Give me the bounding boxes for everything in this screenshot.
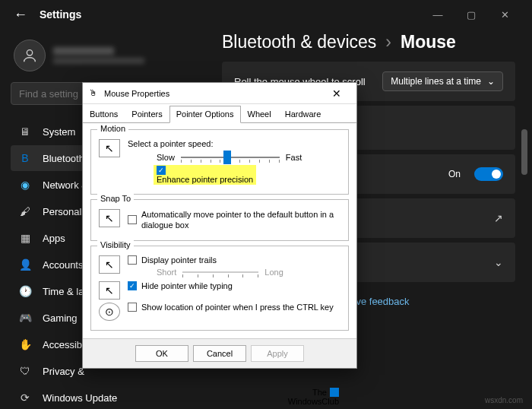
enhance-precision-checkbox[interactable]: ✓ Enhance pointer precision xyxy=(154,165,256,185)
checkbox-label: Show location of pointer when I press th… xyxy=(141,303,334,312)
nav-icon: ✋ xyxy=(18,338,32,351)
dropdown-value: Multiple lines at a time xyxy=(391,76,481,87)
avatar xyxy=(14,40,46,71)
checkbox-label: Enhance pointer precision xyxy=(157,175,253,184)
minimize-button[interactable]: — xyxy=(421,3,454,26)
nav-icon: 🛡 xyxy=(18,364,32,378)
group-label: Motion xyxy=(97,124,128,133)
titlebar: ← Settings — ▢ ✕ xyxy=(0,0,532,29)
nav-icon: ⟳ xyxy=(18,391,32,404)
nav-icon: 🎮 xyxy=(18,311,32,325)
group-visibility: Visibility TheWindowsClub ↖ Display poin… xyxy=(90,246,349,331)
nav-icon: 🕐 xyxy=(18,284,32,298)
ok-button[interactable]: OK xyxy=(135,345,188,362)
tab-pointer-options[interactable]: Pointer Options xyxy=(169,106,241,123)
nav-label: Personali xyxy=(43,206,84,217)
chevron-down-icon: ⌄ xyxy=(494,256,503,268)
toggle-state: On xyxy=(448,169,461,179)
tab-pointers[interactable]: Pointers xyxy=(125,106,169,122)
maximize-button[interactable]: ▢ xyxy=(454,3,488,26)
nav-label: Network & xyxy=(43,179,88,191)
nav-label: Bluetooth xyxy=(43,153,84,164)
tab-hardware[interactable]: Hardware xyxy=(278,106,328,122)
nav-label: Accounts xyxy=(43,259,83,271)
svg-point-0 xyxy=(27,50,32,55)
hover-toggle[interactable] xyxy=(474,167,503,181)
speed-slider[interactable]: Slow Fast xyxy=(157,153,340,162)
nav-label: System xyxy=(43,126,75,138)
ctrl-location-checkbox[interactable]: Show location of pointer when I press th… xyxy=(128,303,334,312)
open-link-icon: ↗ xyxy=(494,212,503,224)
nav-label: Privacy & xyxy=(43,366,84,377)
nav-label: Time & la xyxy=(43,286,84,297)
fast-label: Fast xyxy=(286,153,302,162)
snap-checkbox[interactable]: Automatically move pointer to the defaul… xyxy=(128,209,340,231)
tab-wheel[interactable]: Wheel xyxy=(241,106,278,122)
sidebar-item-windows-update[interactable]: ⟳Windows Update xyxy=(11,385,205,409)
profile[interactable] xyxy=(11,35,205,82)
pointer-icon: ↖ xyxy=(99,139,120,157)
checkbox-icon xyxy=(128,215,137,224)
back-button[interactable]: ← xyxy=(11,5,30,24)
group-label: Visibility xyxy=(97,240,134,249)
slow-label: Slow xyxy=(157,153,175,162)
mouse-icon: 🖱 xyxy=(89,88,100,99)
nav-icon: ▦ xyxy=(18,231,32,245)
chevron-down-icon: ⌄ xyxy=(487,76,495,87)
apply-button[interactable]: Apply xyxy=(251,345,304,362)
dialog-close-button[interactable]: ✕ xyxy=(323,87,350,100)
nav-icon: B xyxy=(18,151,32,165)
ctrl-icon: ⊙ xyxy=(99,303,120,321)
trails-checkbox[interactable]: Display pointer trails xyxy=(128,255,340,265)
checkbox-icon xyxy=(128,303,137,312)
group-label: Snap To xyxy=(97,194,134,203)
trails-icon: ↖ xyxy=(99,255,120,274)
hide-icon: ↖ xyxy=(99,281,120,300)
nav-icon: 🖥 xyxy=(18,125,32,138)
nav-label: Windows Update xyxy=(43,392,117,404)
checkbox-label: Display pointer trails xyxy=(141,255,217,265)
dialog-tabs: ButtonsPointersPointer OptionsWheelHardw… xyxy=(83,104,356,123)
hide-typing-checkbox[interactable]: ✓ Hide pointer while typing xyxy=(128,281,233,290)
nav-icon: ◉ xyxy=(18,178,32,192)
source-watermark: wsxdn.com xyxy=(485,396,523,404)
window-title: Settings xyxy=(40,8,81,21)
watermark: TheWindowsClub xyxy=(288,388,339,406)
close-button[interactable]: ✕ xyxy=(488,3,521,26)
nav-label: Accessibil xyxy=(43,339,87,350)
breadcrumb: Bluetooth & devices › Mouse xyxy=(222,32,515,52)
breadcrumb-parent[interactable]: Bluetooth & devices xyxy=(222,32,376,52)
roll-dropdown[interactable]: Multiple lines at a time ⌄ xyxy=(382,71,503,91)
dialog-buttons: OK Cancel Apply xyxy=(83,338,356,368)
speed-label: Select a pointer speed: xyxy=(128,139,340,148)
long-label: Long xyxy=(264,268,283,277)
checkbox-label: Hide pointer while typing xyxy=(141,281,233,290)
trails-slider: Short Long xyxy=(157,268,340,277)
dialog-title: Mouse Properties xyxy=(104,89,169,98)
snap-icon: ↖ xyxy=(99,209,120,227)
group-motion: Motion ↖ Select a pointer speed: Slow Fa… xyxy=(90,129,349,195)
nav-label: Gaming xyxy=(43,312,78,324)
dialog-body: Motion ↖ Select a pointer speed: Slow Fa… xyxy=(83,123,356,338)
window-controls: — ▢ ✕ xyxy=(421,3,521,26)
nav-icon: 👤 xyxy=(18,258,32,271)
breadcrumb-current: Mouse xyxy=(401,32,456,52)
nav-icon: 🖌 xyxy=(18,204,32,218)
short-label: Short xyxy=(157,268,176,277)
dialog-titlebar: 🖱 Mouse Properties ✕ xyxy=(83,83,356,104)
checkbox-icon: ✓ xyxy=(128,281,137,290)
tab-buttons[interactable]: Buttons xyxy=(83,106,125,122)
profile-info xyxy=(53,47,144,64)
chevron-right-icon: › xyxy=(385,32,391,52)
checkbox-label: Automatically move pointer to the defaul… xyxy=(141,209,340,231)
cancel-button[interactable]: Cancel xyxy=(193,345,246,362)
checkbox-icon xyxy=(128,255,137,265)
slider-thumb[interactable] xyxy=(223,151,231,164)
mouse-properties-dialog: 🖱 Mouse Properties ✕ ButtonsPointersPoin… xyxy=(82,82,357,369)
group-snap: Snap To ↖ Automatically move pointer to … xyxy=(90,199,349,241)
nav-label: Apps xyxy=(43,233,65,244)
checkbox-icon: ✓ xyxy=(157,166,166,175)
scrollbar[interactable] xyxy=(521,129,527,175)
